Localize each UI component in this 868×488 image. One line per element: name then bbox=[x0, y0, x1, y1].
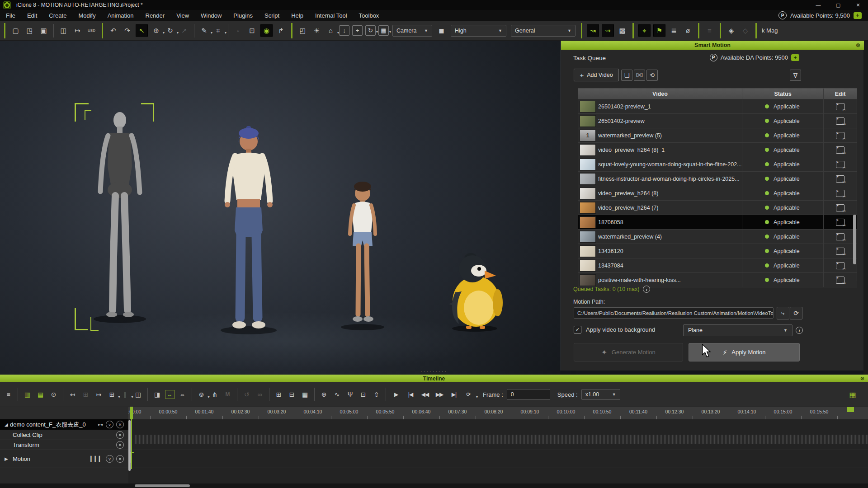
viewport-layout-icon[interactable]: ◰ bbox=[297, 25, 308, 36]
reset-motion-icon[interactable]: ↺ bbox=[241, 389, 252, 400]
add-video-button[interactable]: + Add Video bbox=[574, 69, 619, 81]
object-gizmo-icon[interactable]: ⊡ bbox=[246, 25, 258, 36]
expand-triangle-icon[interactable]: ▶ bbox=[5, 456, 10, 461]
menu-item[interactable]: Modify bbox=[72, 12, 101, 19]
frame-input[interactable] bbox=[507, 389, 550, 400]
generate-motion-button[interactable]: ✦ Generate Motion bbox=[574, 343, 683, 361]
edit-clip-icon[interactable]: ✂ bbox=[836, 204, 844, 211]
add-da-points-button[interactable]: + bbox=[791, 54, 799, 61]
menu-item[interactable]: Internal Tool bbox=[309, 12, 353, 19]
scene-light-icon[interactable]: ☀ bbox=[311, 25, 322, 36]
collapse-circle-icon[interactable]: v bbox=[106, 421, 113, 428]
browse-folder-button[interactable]: ⤷ bbox=[777, 307, 789, 319]
close-button[interactable]: ✕ bbox=[848, 0, 868, 10]
toolbar-divider[interactable] bbox=[228, 24, 228, 38]
orbit-view-icon[interactable]: ↻ bbox=[365, 25, 376, 36]
edit-clip-icon[interactable]: ✂ bbox=[836, 161, 844, 168]
clip-bars-icon[interactable]: ▎▎▎ bbox=[90, 456, 103, 462]
menu-item[interactable]: View bbox=[170, 12, 195, 19]
edit-clip-icon[interactable]: ✂ bbox=[836, 277, 844, 284]
show-hidden-eye-icon[interactable]: ◉ bbox=[260, 24, 273, 37]
close-icon[interactable]: ⊗ bbox=[860, 375, 864, 381]
dope-sheet-icon[interactable]: ◨ bbox=[152, 389, 163, 400]
menu-item[interactable]: Create bbox=[43, 12, 72, 19]
render-image-icon[interactable]: ◫ bbox=[58, 25, 69, 36]
tl-divider[interactable] bbox=[147, 388, 148, 401]
tl-divider[interactable] bbox=[237, 388, 237, 401]
column-header-edit[interactable]: Edit bbox=[824, 89, 857, 99]
edit-clip-icon[interactable]: ✂ bbox=[836, 262, 844, 269]
remove-track-icon[interactable]: ✕ bbox=[116, 441, 124, 449]
character-bird[interactable] bbox=[441, 251, 509, 332]
table-row[interactable]: video_preview_h264 (7) Applicable ✂ bbox=[578, 201, 857, 215]
table-row[interactable]: squat-lovely-young-woman-doing-squat-in-… bbox=[578, 157, 857, 172]
link-motion-icon[interactable]: ∞ bbox=[255, 389, 265, 400]
new-project-icon[interactable]: ▢ bbox=[10, 25, 21, 36]
set-range-icon[interactable]: ▤ bbox=[35, 389, 46, 400]
toolbar-separator[interactable] bbox=[102, 23, 103, 38]
snap-start-icon[interactable]: ↤ bbox=[67, 389, 78, 400]
tl-divider[interactable] bbox=[386, 388, 386, 401]
export-clip-icon[interactable]: ⇧ bbox=[371, 389, 382, 400]
scene-tools-icon[interactable]: ≡ bbox=[704, 25, 715, 36]
track-row-motion[interactable]: ▶ Motion ▎▎▎v✕ bbox=[0, 450, 128, 468]
speed-select[interactable]: x1.00 ▼ bbox=[581, 389, 620, 400]
toolbar-separator[interactable] bbox=[720, 23, 721, 38]
curve-smooth-icon[interactable]: ∿ bbox=[332, 389, 343, 400]
tl-divider[interactable] bbox=[63, 388, 63, 401]
toolbar-separator[interactable] bbox=[632, 23, 634, 38]
edit-clip-icon[interactable]: ✂ bbox=[836, 190, 844, 197]
mirror-motion-icon[interactable]: M bbox=[222, 389, 233, 400]
table-row[interactable]: 26501402-preview Applicable ✂ bbox=[578, 114, 857, 128]
loop-playback-button[interactable]: ⟳ bbox=[461, 389, 476, 400]
track-scrollbar[interactable] bbox=[128, 420, 131, 471]
character-woman[interactable] bbox=[210, 124, 287, 337]
save-project-icon[interactable]: ▣ bbox=[38, 25, 49, 36]
curve-editor-icon[interactable]: ⊚ bbox=[196, 389, 207, 400]
foot-contact-icon[interactable]: ⇝ bbox=[602, 24, 614, 37]
add-points-button[interactable]: + bbox=[854, 12, 862, 19]
duplicate-task-button[interactable]: ❏ bbox=[621, 70, 632, 81]
material-diamond2-icon[interactable]: ◇ bbox=[740, 25, 751, 36]
reach-target-icon[interactable]: ↝ bbox=[587, 24, 599, 37]
move-tool-icon[interactable]: ⊕ bbox=[151, 25, 162, 36]
menu-item[interactable]: Plugins bbox=[227, 12, 259, 19]
menu-item[interactable]: Script bbox=[259, 12, 285, 19]
export-usd-icon[interactable]: USD bbox=[86, 25, 97, 36]
pivot-edit-icon[interactable]: ↱ bbox=[275, 25, 287, 36]
menu-item[interactable]: Render bbox=[140, 12, 171, 19]
table-row[interactable]: fitness-instructor-and-woman-doing-hip-c… bbox=[578, 172, 857, 186]
motion-path-field[interactable]: C:/Users/Public/Documents/Reallusion/Rea… bbox=[574, 307, 774, 319]
scale-tool-icon[interactable]: ↗ bbox=[179, 25, 190, 36]
pose-keyframe-icon[interactable]: ⌖ bbox=[638, 24, 651, 37]
prop-stack-icon[interactable]: ▩ bbox=[617, 25, 628, 36]
edit-clip-icon[interactable]: ✂ bbox=[836, 146, 844, 154]
rotate-tool-icon[interactable]: ↻ bbox=[165, 25, 176, 36]
character-mannequin[interactable] bbox=[84, 103, 156, 324]
apply-video-checkbox[interactable]: ✓ bbox=[574, 326, 581, 333]
delete-task-button[interactable]: ⌧ bbox=[634, 70, 645, 81]
track-content-row[interactable] bbox=[131, 450, 868, 468]
toolbar-separator[interactable] bbox=[291, 23, 292, 38]
grid-view-icon[interactable]: ▦ bbox=[300, 389, 311, 400]
close-icon[interactable]: ⊗ bbox=[856, 42, 860, 48]
edit-clip-icon[interactable]: ✂ bbox=[836, 132, 844, 139]
column-header-video[interactable]: Video bbox=[578, 89, 742, 99]
timeline-hscrollbar-thumb[interactable] bbox=[135, 484, 190, 487]
filter-button[interactable]: ∇ bbox=[790, 70, 801, 81]
background-surface-select[interactable]: Plane ▼ bbox=[683, 324, 793, 336]
tl-divider[interactable] bbox=[269, 388, 269, 401]
remove-track-icon[interactable]: ✕ bbox=[116, 455, 124, 463]
playhead-marker[interactable] bbox=[130, 407, 133, 419]
info-icon[interactable]: i bbox=[796, 327, 803, 334]
menu-item[interactable]: Window bbox=[195, 12, 227, 19]
panel-drag-handle[interactable]: ········· bbox=[409, 368, 459, 374]
track-row-transform[interactable]: Transform ✕ bbox=[0, 440, 128, 450]
character-girl[interactable] bbox=[333, 179, 392, 332]
open-project-icon[interactable]: ◳ bbox=[24, 25, 35, 36]
attach-tool-icon[interactable]: ✎ bbox=[198, 25, 210, 36]
timeline-title-bar[interactable]: Timeline ⊗ bbox=[0, 375, 868, 382]
toolbar-divider[interactable] bbox=[194, 24, 194, 38]
frame-camera-icon[interactable]: ⊡ bbox=[358, 389, 369, 400]
export-video-icon[interactable]: ↦ bbox=[72, 25, 83, 36]
